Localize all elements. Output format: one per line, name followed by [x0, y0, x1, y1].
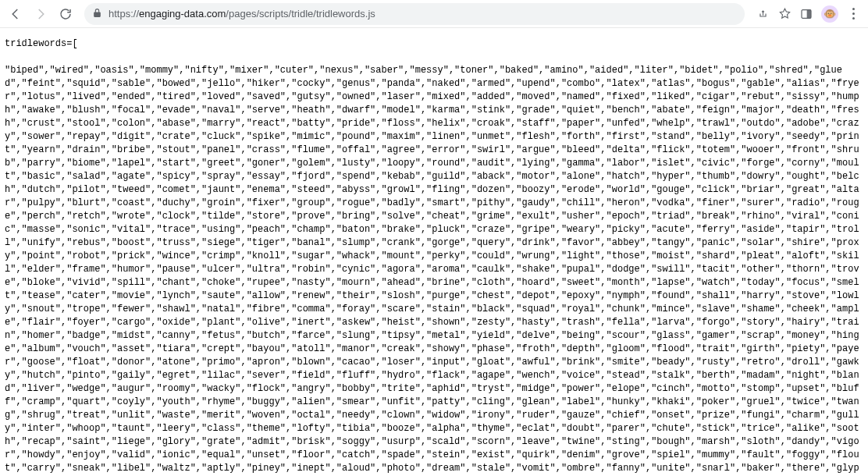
arrow-left-icon: [9, 7, 23, 21]
reload-icon: [59, 7, 73, 21]
file-text: tridlewords=[ "biped","wired","oasis","m…: [5, 38, 859, 476]
arrow-right-icon: [34, 7, 48, 21]
address-bar[interactable]: https://engaging-data.com/pages/scripts/…: [84, 3, 745, 25]
browser-toolbar: https://engaging-data.com/pages/scripts/…: [0, 0, 868, 28]
bookmark-star-icon[interactable]: [777, 7, 792, 21]
toolbar-right: 🐵: [752, 5, 863, 23]
lock-icon: [92, 8, 102, 20]
url-text: https://engaging-data.com/pages/scripts/…: [108, 8, 737, 20]
reload-button[interactable]: [55, 3, 76, 25]
profile-avatar[interactable]: 🐵: [821, 5, 838, 23]
file-content: tridlewords=[ "biped","wired","oasis","m…: [0, 28, 868, 476]
share-icon[interactable]: [756, 7, 770, 21]
svg-rect-1: [807, 9, 811, 18]
forward-button[interactable]: [30, 3, 52, 25]
menu-button[interactable]: [846, 7, 860, 21]
back-button[interactable]: [5, 3, 27, 25]
panel-icon[interactable]: [799, 7, 813, 21]
